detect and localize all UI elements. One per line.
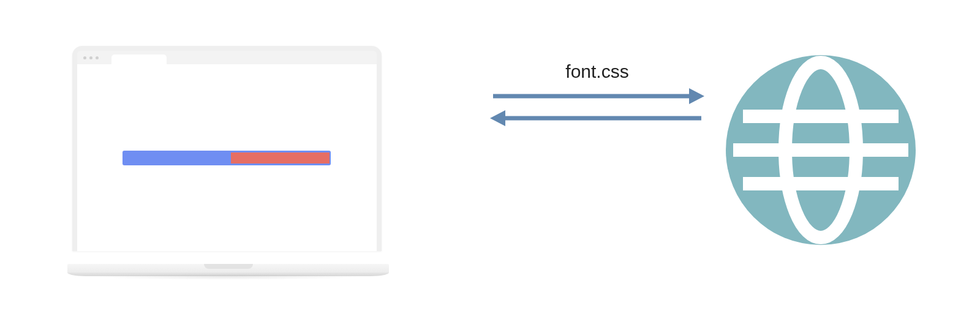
svg-marker-3: [490, 110, 505, 126]
svg-marker-1: [689, 88, 704, 104]
laptop-screen-frame: [72, 46, 382, 251]
laptop-base: [67, 264, 389, 279]
traffic-light-dot: [96, 56, 99, 59]
laptop-illustration: [67, 46, 386, 279]
browser-chrome-bar: [77, 51, 377, 64]
globe-icon: [723, 52, 919, 248]
request-response-arrows: font.css: [490, 61, 704, 127]
traffic-light-dot: [83, 56, 86, 59]
loading-bar-fill: [231, 152, 330, 164]
svg-point-9: [726, 55, 916, 245]
browser-viewport: [77, 64, 377, 251]
arrow-left-icon: [490, 109, 704, 127]
loading-bar: [123, 151, 331, 165]
browser-tab-bar: [111, 55, 167, 64]
request-label: font.css: [490, 61, 704, 82]
traffic-light-dot: [89, 56, 92, 59]
browser-tab: [111, 55, 167, 64]
arrow-right-icon: [490, 87, 704, 105]
